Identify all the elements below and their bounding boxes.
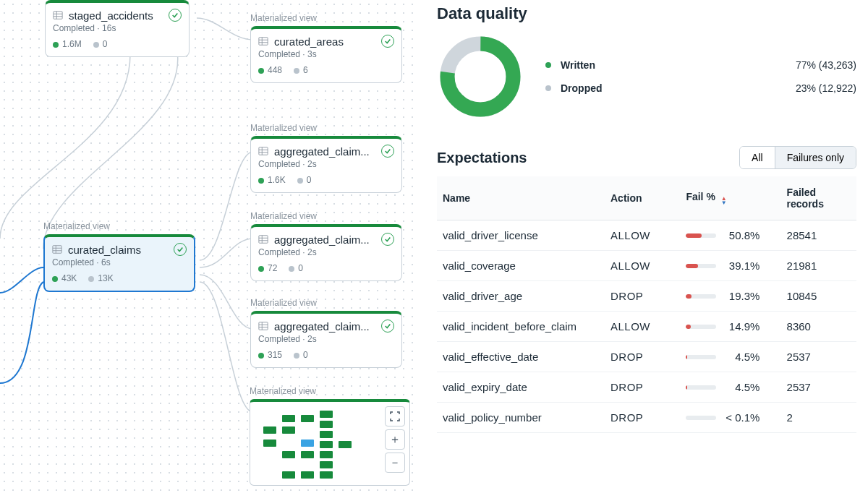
table-row[interactable]: valid_coverageALLOW39.1%21981	[437, 251, 856, 281]
expectation-failed-records: 2537	[781, 372, 856, 403]
expectation-action: DROP	[605, 281, 680, 312]
node-status: Completed · 6s	[52, 257, 187, 267]
records-dropped: 0	[93, 39, 108, 49]
node-aggregated-claim-3[interactable]: Materialized view aggregated_claim... Co…	[250, 298, 402, 368]
expectation-name: valid_driver_license	[437, 220, 605, 251]
records-written: 72	[258, 263, 277, 273]
materialized-view-label: Materialized view	[250, 211, 402, 221]
details-panel: Data quality Written 77% (43,263) Droppe…	[434, 0, 868, 493]
records-written: 43K	[52, 273, 77, 283]
expectation-name: valid_effective_date	[437, 342, 605, 372]
col-action[interactable]: Action	[605, 176, 680, 220]
node-curated-areas[interactable]: Materialized view curated_areas Complete…	[250, 13, 402, 83]
expectation-name: valid_coverage	[437, 251, 605, 281]
expectation-fail-pct: 14.9%	[680, 312, 780, 342]
expectation-failed-records: 28541	[781, 220, 856, 251]
expectation-failed-records: 21981	[781, 251, 856, 281]
node-title: aggregated_claim...	[274, 320, 375, 333]
col-name[interactable]: Name	[437, 176, 605, 220]
node-staged-accidents[interactable]: staged_accidents Completed · 16s 1.6M 0	[45, 0, 190, 57]
node-title: staged_accidents	[69, 9, 163, 22]
node-status: Completed · 2s	[258, 247, 394, 257]
svg-rect-4	[259, 38, 268, 46]
table-icon	[258, 36, 268, 46]
table-row[interactable]: valid_effective_dateDROP4.5%2537	[437, 342, 856, 372]
expectation-action: ALLOW	[605, 312, 680, 342]
status-ok-icon	[169, 9, 182, 22]
svg-rect-20	[53, 246, 61, 254]
records-dropped: 0	[294, 350, 308, 360]
node-status: Completed · 2s	[258, 334, 394, 344]
node-title: aggregated_claim...	[274, 145, 375, 158]
table-icon	[53, 10, 63, 20]
expectation-action: DROP	[605, 372, 680, 403]
legend-row-written: Written 77% (43,263)	[545, 53, 856, 77]
data-quality-donut	[437, 33, 524, 120]
expectation-fail-pct: 39.1%	[680, 251, 780, 281]
materialized-view-label: Materialized view	[250, 298, 402, 308]
expectation-fail-pct: < 0.1%	[680, 403, 780, 433]
records-written: 448	[258, 65, 282, 75]
records-dropped: 0	[297, 175, 312, 185]
table-icon	[52, 244, 62, 254]
col-fail-pct[interactable]: Fail % ▲▼	[680, 176, 780, 220]
records-written: 1.6M	[53, 39, 82, 49]
table-row[interactable]: valid_expiry_dateDROP4.5%2537	[437, 372, 856, 403]
expectations-heading: Expectations	[437, 150, 527, 166]
expectation-fail-pct: 19.3%	[680, 281, 780, 312]
records-dropped: 0	[289, 263, 303, 273]
pipeline-graph[interactable]: staged_accidents Completed · 16s 1.6M 0 …	[0, 0, 420, 493]
status-ok-icon	[381, 35, 394, 48]
table-row[interactable]: valid_driver_ageDROP19.3%10845	[437, 281, 856, 312]
table-icon	[258, 321, 268, 331]
status-ok-icon	[381, 145, 394, 158]
data-quality-heading: Data quality	[437, 4, 856, 23]
expectations-filter: All Failures only	[739, 146, 856, 169]
table-row[interactable]: valid_incident_before_claimALLOW14.9%836…	[437, 312, 856, 342]
expectation-action: ALLOW	[605, 251, 680, 281]
node-title: aggregated_claim...	[274, 233, 375, 246]
records-written: 1.6K	[258, 175, 286, 185]
expectation-fail-pct: 4.5%	[680, 342, 780, 372]
node-aggregated-claim-2[interactable]: Materialized view aggregated_claim... Co…	[250, 211, 402, 281]
expectation-name: valid_policy_number	[437, 403, 605, 433]
node-curated-claims[interactable]: Materialized view curated_claims Complet…	[43, 221, 195, 292]
materialized-view-label: Materialized view	[250, 386, 410, 396]
svg-rect-16	[259, 322, 268, 330]
filter-all-button[interactable]: All	[740, 147, 775, 168]
expectation-failed-records: 10845	[781, 281, 856, 312]
expectation-name: valid_incident_before_claim	[437, 312, 605, 342]
zoom-in-button[interactable]: ＋	[385, 429, 405, 450]
minimap[interactable]: ＋ －	[250, 399, 410, 486]
materialized-view-label: Materialized view	[250, 123, 402, 133]
table-row[interactable]: valid_policy_numberDROP< 0.1%2	[437, 403, 856, 433]
filter-failures-button[interactable]: Failures only	[775, 147, 856, 168]
expectation-failed-records: 2	[781, 403, 856, 433]
node-aggregated-claim-1[interactable]: Materialized view aggregated_claim... Co…	[250, 123, 402, 193]
col-failed-records[interactable]: Failed records	[781, 176, 856, 220]
node-status: Completed · 2s	[258, 159, 394, 169]
expectation-name: valid_driver_age	[437, 281, 605, 312]
materialized-view-label: Materialized view	[250, 13, 402, 23]
node-status: Completed · 3s	[258, 49, 394, 59]
status-ok-icon	[381, 320, 394, 333]
table-row[interactable]: valid_driver_licenseALLOW50.8%28541	[437, 220, 856, 251]
expectations-table: Name Action Fail % ▲▼ Failed records val…	[437, 176, 856, 433]
zoom-out-button[interactable]: －	[385, 453, 405, 473]
svg-rect-0	[54, 12, 62, 20]
status-ok-icon	[381, 233, 394, 246]
expectation-fail-pct: 4.5%	[680, 372, 780, 403]
expectation-name: valid_expiry_date	[437, 372, 605, 403]
node-title: curated_areas	[274, 35, 375, 48]
expectation-fail-pct: 50.8%	[680, 220, 780, 251]
expectation-action: DROP	[605, 342, 680, 372]
records-dropped: 6	[294, 65, 308, 75]
svg-rect-12	[259, 236, 268, 244]
minimap-container: Materialized view	[250, 386, 410, 486]
records-dropped: 13K	[88, 273, 113, 283]
table-icon	[258, 234, 268, 244]
fit-to-screen-button[interactable]	[385, 406, 405, 426]
legend-row-dropped: Dropped 23% (12,922)	[545, 77, 856, 100]
status-ok-icon	[174, 243, 187, 256]
svg-rect-8	[259, 147, 268, 155]
